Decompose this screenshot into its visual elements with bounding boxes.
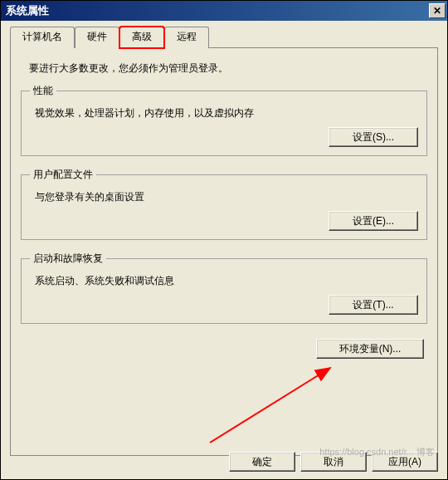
environment-variables-button[interactable]: 环境变量(N)... xyxy=(316,339,424,359)
group-userprofiles-desc: 与您登录有关的桌面设置 xyxy=(35,190,418,204)
instruction-text: 要进行大多数更改，您必须作为管理员登录。 xyxy=(29,61,427,76)
apply-button[interactable]: 应用(A) xyxy=(372,452,438,472)
window-title: 系统属性 xyxy=(6,3,49,18)
cancel-button[interactable]: 取消 xyxy=(300,452,367,472)
tab-hardware[interactable]: 硬件 xyxy=(75,27,119,48)
tab-advanced[interactable]: 高级 xyxy=(119,27,164,48)
group-userprofiles-buttons: 设置(E)... xyxy=(30,211,418,231)
group-performance: 性能 视觉效果，处理器计划，内存使用，以及虚拟内存 设置(S)... xyxy=(21,84,427,156)
group-startup-legend: 启动和故障恢复 xyxy=(30,252,106,266)
userprofiles-settings-button[interactable]: 设置(E)... xyxy=(329,211,418,231)
startup-settings-button[interactable]: 设置(T)... xyxy=(329,295,418,315)
titlebar[interactable]: 系统属性 ✕ xyxy=(1,1,447,21)
group-performance-desc: 视觉效果，处理器计划，内存使用，以及虚拟内存 xyxy=(35,106,418,120)
group-performance-buttons: 设置(S)... xyxy=(30,127,418,147)
tab-computer-name[interactable]: 计算机名 xyxy=(10,27,75,48)
env-row: 环境变量(N)... xyxy=(21,339,424,359)
dialog-buttons: 确定 取消 应用(A) xyxy=(229,452,438,472)
tabpanel-advanced: 要进行大多数更改，您必须作为管理员登录。 性能 视觉效果，处理器计划，内存使用，… xyxy=(10,47,438,456)
performance-settings-button[interactable]: 设置(S)... xyxy=(329,127,418,147)
system-properties-window: 系统属性 ✕ 计算机名 硬件 高级 远程 要进行大多数更改，您必须作为管理员登录… xyxy=(0,0,448,480)
group-startup-buttons: 设置(T)... xyxy=(30,295,418,315)
close-button[interactable]: ✕ xyxy=(429,3,446,18)
svg-line-1 xyxy=(210,368,330,443)
group-startup: 启动和故障恢复 系统启动、系统失败和调试信息 设置(T)... xyxy=(21,252,427,324)
group-userprofiles-legend: 用户配置文件 xyxy=(30,168,96,182)
close-icon: ✕ xyxy=(433,6,441,16)
tab-remote[interactable]: 远程 xyxy=(164,27,209,48)
annotation-arrow xyxy=(202,360,343,451)
tabs: 计算机名 硬件 高级 远程 xyxy=(10,26,445,47)
window-content: 计算机名 硬件 高级 远程 要进行大多数更改，您必须作为管理员登录。 性能 视觉… xyxy=(3,21,445,477)
group-performance-legend: 性能 xyxy=(30,84,56,98)
group-startup-desc: 系统启动、系统失败和调试信息 xyxy=(35,274,418,288)
group-userprofiles: 用户配置文件 与您登录有关的桌面设置 设置(E)... xyxy=(21,168,427,240)
ok-button[interactable]: 确定 xyxy=(229,452,295,472)
